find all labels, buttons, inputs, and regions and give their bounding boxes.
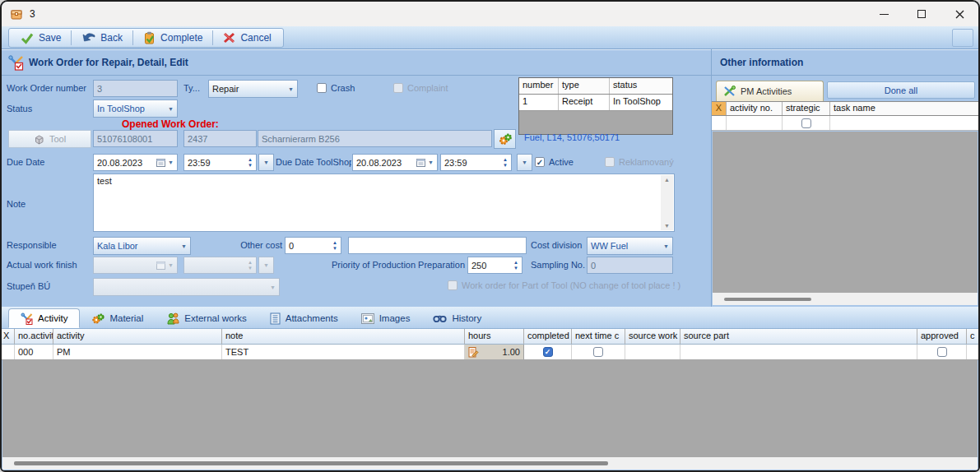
tab-images-label: Images (379, 313, 411, 323)
col-activity[interactable]: activity (53, 329, 222, 344)
crash-label: Crash (331, 83, 355, 93)
save-button[interactable]: Save (12, 29, 69, 47)
cell-hours-value: 1.00 (479, 347, 520, 357)
activity-table-header: X no.activit activity note hours complet… (2, 329, 978, 345)
col-c[interactable]: c (967, 329, 978, 344)
pm-col-x[interactable]: X (712, 102, 727, 115)
pm-table-hscrollbar[interactable] (713, 293, 978, 305)
done-all-button[interactable]: Done all (827, 81, 975, 99)
completed-checkbox[interactable]: ✓ (543, 347, 553, 357)
app-icon (10, 7, 23, 24)
type-value: Repair (212, 84, 288, 94)
tab-pm-activities[interactable]: PM Activities (716, 81, 824, 101)
status-combobox[interactable]: In ToolShop▼ (93, 99, 178, 118)
strategic-checkbox[interactable] (801, 118, 811, 128)
tab-external-works-label: External works (184, 313, 246, 323)
work-order-number-label: Work Order number (7, 80, 86, 97)
back-arrow-icon (81, 32, 95, 44)
gears-icon (498, 132, 513, 146)
type-combobox[interactable]: Repair▼ (208, 80, 298, 98)
active-checkbox[interactable]: ✓ Active (535, 157, 574, 167)
pm-col-task-name[interactable]: task name (830, 102, 978, 115)
pm-tools-icon (723, 86, 736, 97)
chevron-down-icon: ▼ (522, 160, 527, 165)
close-button[interactable] (941, 2, 978, 26)
receipt-table-header: number type status (519, 78, 672, 95)
cancel-button-label: Cancel (240, 32, 271, 44)
pm-col-strategic[interactable]: strategic (783, 102, 830, 115)
crash-checkbox[interactable]: Crash (317, 83, 355, 93)
col-hours[interactable]: hours (465, 329, 524, 344)
cell-activity: PM (53, 345, 222, 359)
other-cost-spinner[interactable]: ▲▼ (332, 241, 337, 251)
form-header: Work Order for Repair, Detail, Edit (2, 49, 711, 76)
note-scrollbar[interactable]: ▲ ▼ (661, 175, 673, 230)
col-x[interactable]: X (2, 329, 15, 344)
tab-activity[interactable]: Activity (8, 308, 80, 328)
tool-button-label: Tool (49, 134, 66, 144)
receipt-table-row[interactable]: 1 Receipt In ToolShop (519, 95, 672, 111)
priority-spinner[interactable]: ▲▼ (513, 261, 518, 271)
maximize-button[interactable] (903, 2, 941, 26)
col-no-activity[interactable]: no.activit (15, 329, 53, 344)
next-time-checkbox[interactable] (593, 347, 603, 357)
chevron-down-icon: ▼ (263, 160, 269, 165)
chevron-down-icon: ▼ (270, 285, 276, 290)
tab-external-works[interactable]: External works (155, 308, 258, 328)
time-spinner[interactable]: ▲▼ (503, 158, 508, 168)
reklamovany-checkbox: Reklamovaný (605, 157, 674, 167)
due-date-field[interactable]: 20.08.2023 ▼ (93, 154, 178, 171)
pm-col-activity-no[interactable]: activity no. (727, 102, 783, 115)
complete-button[interactable]: Complete (135, 29, 211, 47)
other-cost-field[interactable]: 0 ▲▼ (285, 237, 341, 254)
due-time-field[interactable]: 23:59 ▲▼ (183, 154, 257, 171)
active-checkbox-box: ✓ (535, 157, 545, 167)
receipt-cell-status: In ToolShop (610, 95, 672, 110)
other-cost-note-field[interactable] (348, 237, 527, 254)
toolbar-overflow-button[interactable] (952, 29, 973, 47)
tab-material[interactable]: Material (80, 308, 155, 328)
receipt-table[interactable]: number type status 1 Receipt In ToolShop (518, 77, 673, 135)
col-source-part[interactable]: source part (680, 329, 917, 344)
toolbar-separator (212, 30, 213, 45)
cancel-button[interactable]: Cancel (215, 29, 279, 47)
cost-division-combobox[interactable]: WW Fuel▼ (587, 237, 673, 255)
cell-hours[interactable]: 1.00 (465, 345, 524, 359)
tab-images[interactable]: Images (350, 308, 422, 328)
form-title: Work Order for Repair, Detail, Edit (29, 57, 188, 68)
activity-hscroll-thumb[interactable] (14, 461, 608, 465)
back-button[interactable]: Back (73, 29, 131, 47)
hours-note-edit-icon (468, 347, 479, 358)
due-date-toolshop-dropdown-button[interactable]: ▼ (517, 154, 532, 171)
time-spinner[interactable]: ▲▼ (248, 158, 253, 168)
cell-no-activity: 000 (15, 345, 53, 359)
tool-lookup-button[interactable] (494, 129, 516, 149)
material-gears-icon (91, 312, 105, 325)
col-completed[interactable]: completed (524, 329, 572, 344)
pm-hscroll-thumb[interactable] (724, 298, 811, 301)
col-next-time[interactable]: next time c (572, 329, 625, 344)
reklamovany-checkbox-box (605, 157, 615, 167)
due-date-toolshop-field[interactable]: 20.08.2023 ▼ (352, 154, 438, 171)
activity-table-hscrollbar[interactable] (2, 457, 978, 470)
responsible-combobox[interactable]: Kala Libor▼ (93, 237, 191, 255)
col-source-work[interactable]: source work o (625, 329, 680, 344)
pm-table-row[interactable] (712, 116, 978, 131)
col-note[interactable]: note (222, 329, 465, 344)
activity-table-row[interactable]: 000 PM TEST 1.00 ✓ (2, 345, 978, 360)
approved-checkbox[interactable] (937, 347, 947, 357)
cell-note: TEST (222, 345, 465, 359)
priority-field[interactable]: 250 ▲▼ (467, 257, 523, 274)
tab-history[interactable]: History (421, 308, 493, 328)
note-input[interactable]: test ▲ ▼ (93, 174, 675, 232)
stupen-bu-combobox: ▼ (93, 278, 280, 296)
active-label: Active (549, 157, 574, 167)
tab-attachments[interactable]: Attachments (258, 308, 350, 328)
due-time-toolshop-field[interactable]: 23:59 ▲▼ (440, 154, 512, 171)
opened-work-order-text: Opened Work Order: (122, 118, 219, 130)
due-date-dropdown-button[interactable]: ▼ (258, 154, 274, 171)
col-approved[interactable]: approved (917, 329, 967, 344)
minimize-button[interactable] (865, 2, 903, 26)
pm-table-header: X activity no. strategic task name (712, 101, 978, 116)
chevron-down-icon: ▼ (181, 243, 187, 249)
